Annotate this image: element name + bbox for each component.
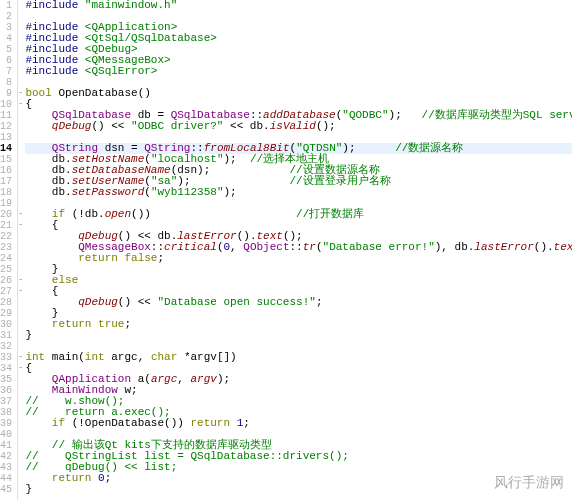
code-line[interactable]: bool OpenDatabase() — [25, 88, 572, 99]
line-number: 15 — [0, 154, 12, 165]
line-number: 25 — [0, 264, 12, 275]
line-number: 21 — [0, 220, 12, 231]
line-number: 38 — [0, 407, 12, 418]
line-number: 23 — [0, 242, 12, 253]
line-number: 14 — [0, 143, 12, 154]
line-number: 35 — [0, 374, 12, 385]
line-number: 32 — [0, 341, 12, 352]
line-number: 40 — [0, 429, 12, 440]
code-line[interactable]: if (!OpenDatabase()) return 1; — [25, 418, 572, 429]
line-number: 41 — [0, 440, 12, 451]
code-line[interactable]: else — [25, 275, 572, 286]
code-editor[interactable]: 1234567891011121314151617181920212223242… — [0, 0, 572, 500]
line-number: 33 — [0, 352, 12, 363]
line-number: 18 — [0, 187, 12, 198]
line-number: 10 — [0, 99, 12, 110]
line-number: 24 — [0, 253, 12, 264]
line-number: 26 — [0, 275, 12, 286]
code-line[interactable]: return 0; — [25, 473, 572, 484]
code-line[interactable]: return false; — [25, 253, 572, 264]
line-number: 16 — [0, 165, 12, 176]
line-number: 29 — [0, 308, 12, 319]
line-number: 36 — [0, 385, 12, 396]
line-number: 20 — [0, 209, 12, 220]
line-number: 17 — [0, 176, 12, 187]
line-number-gutter: 1234567891011121314151617181920212223242… — [0, 0, 18, 500]
line-number: 7 — [0, 66, 12, 77]
line-number: 44 — [0, 473, 12, 484]
line-number: 13 — [0, 132, 12, 143]
code-line[interactable]: } — [25, 484, 572, 495]
code-line[interactable]: int main(int argc, char *argv[]) — [25, 352, 572, 363]
line-number: 28 — [0, 297, 12, 308]
code-line[interactable]: #include <QSqlError> — [25, 66, 572, 77]
line-number: 8 — [0, 77, 12, 88]
line-number: 2 — [0, 11, 12, 22]
line-number: 5 — [0, 44, 12, 55]
watermark-text: 风行手游网 — [494, 474, 564, 492]
line-number: 11 — [0, 110, 12, 121]
line-number: 12 — [0, 121, 12, 132]
line-number: 4 — [0, 33, 12, 44]
code-line[interactable]: qDebug() << "ODBC driver?" << db.isValid… — [25, 121, 572, 132]
line-number: 39 — [0, 418, 12, 429]
code-line[interactable]: db.setPassword("wyb112358"); — [25, 187, 572, 198]
line-number: 31 — [0, 330, 12, 341]
code-line[interactable]: qDebug() << "Database open success!"; — [25, 297, 572, 308]
code-line[interactable]: } — [25, 264, 572, 275]
code-line[interactable]: #include "mainwindow.h" — [25, 0, 572, 11]
line-number: 30 — [0, 319, 12, 330]
line-number: 6 — [0, 55, 12, 66]
line-number: 19 — [0, 198, 12, 209]
line-number: 9 — [0, 88, 12, 99]
line-number: 27 — [0, 286, 12, 297]
line-number: 1 — [0, 0, 12, 11]
code-line[interactable]: if (!db.open()) //打开数据库 — [25, 209, 572, 220]
line-number: 22 — [0, 231, 12, 242]
line-number: 3 — [0, 22, 12, 33]
line-number: 43 — [0, 462, 12, 473]
code-line[interactable]: } — [25, 330, 572, 341]
line-number: 45 — [0, 484, 12, 495]
line-number: 34 — [0, 363, 12, 374]
line-number: 37 — [0, 396, 12, 407]
code-area[interactable]: #include "mainwindow.h" #include <QAppli… — [23, 0, 572, 500]
code-line[interactable]: return true; — [25, 319, 572, 330]
line-number: 42 — [0, 451, 12, 462]
